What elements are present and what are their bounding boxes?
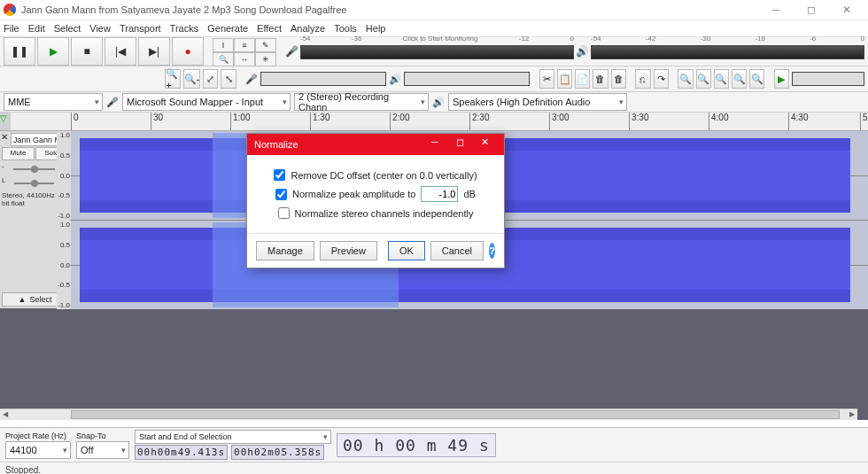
timeline-tick: 2:30 <box>469 113 489 130</box>
cancel-button[interactable]: Cancel <box>430 241 484 260</box>
zoom-in-2[interactable]: 🔍 <box>678 69 693 89</box>
audio-host-combo[interactable]: MME <box>4 93 103 111</box>
help-button[interactable]: ? <box>489 243 495 259</box>
menu-select[interactable]: Select <box>54 23 81 34</box>
stereo-independent-checkbox[interactable] <box>278 207 290 219</box>
skip-start-button[interactable]: |◀ <box>105 37 136 66</box>
remove-dc-checkbox[interactable] <box>274 169 285 181</box>
project-rate-combo[interactable]: 44100 <box>5 441 71 459</box>
timeline-tick: 1:30 <box>310 113 329 130</box>
selection-end-field[interactable]: 00h02m05.358s <box>231 445 324 460</box>
undo-button[interactable]: ⎌ <box>635 69 650 89</box>
menu-edit[interactable]: Edit <box>28 23 45 34</box>
zoom-fit[interactable]: 🔍 <box>732 69 747 89</box>
playback-device-combo[interactable]: Speakers (High Definition Audio <box>448 93 627 111</box>
window-title: Jann Gann Mann from Satyameva Jayate 2 M… <box>21 4 758 15</box>
selection-start-field[interactable]: 00h00m49.413s <box>135 445 228 460</box>
zoom-sel[interactable]: 🔍 <box>714 69 729 89</box>
audio-position-display[interactable]: 00 h 00 m 49 s <box>337 433 496 457</box>
mic-icon: 🎤 <box>285 45 298 58</box>
fit-project-button[interactable]: ⤡ <box>221 69 236 89</box>
multi-tool[interactable]: ✳ <box>255 52 276 66</box>
minimize-button[interactable]: ─ <box>758 1 794 19</box>
peak-amplitude-input[interactable] <box>421 186 458 202</box>
tools-grid: I ≡ ✎ 🔍 ↔ ✳ <box>213 38 276 65</box>
menu-help[interactable]: Help <box>366 23 386 34</box>
recording-channels-combo[interactable]: 2 (Stereo) Recording Chann <box>294 93 429 111</box>
timeline-tick: 4:00 <box>709 113 728 130</box>
paste-button[interactable]: 📄 <box>575 69 590 89</box>
zoom-out-2[interactable]: 🔍 <box>696 69 711 89</box>
dialog-minimize-button[interactable]: ─ <box>422 136 447 152</box>
menu-tracks[interactable]: Tracks <box>170 23 199 34</box>
window-titlebar: Jann Gann Mann from Satyameva Jayate 2 M… <box>0 0 868 20</box>
selection-mode-combo[interactable]: Start and End of Selection <box>135 430 331 444</box>
zoom-in-button[interactable]: 🔍+ <box>165 69 180 89</box>
envelope-tool[interactable]: ≡ <box>234 38 255 52</box>
recording-device-combo[interactable]: Microsoft Sound Mapper - Input <box>122 93 291 111</box>
recording-meter[interactable] <box>300 45 574 59</box>
menu-file[interactable]: File <box>4 23 19 34</box>
trim-button[interactable]: 🗑 <box>593 69 608 89</box>
dialog-maximize-button[interactable]: ◻ <box>447 136 472 152</box>
dialog-close-button[interactable]: ✕ <box>472 136 497 152</box>
menu-tools[interactable]: Tools <box>334 23 357 34</box>
maximize-button[interactable]: ◻ <box>794 1 829 19</box>
zoom-out-button[interactable]: 🔍- <box>183 69 201 89</box>
menu-analyze[interactable]: Analyze <box>291 23 325 34</box>
timeline-tick: 2:00 <box>390 113 409 130</box>
silence-button[interactable]: 🗑 <box>611 69 626 89</box>
timeline-tick: 1:00 <box>230 113 250 130</box>
zoom-toggle[interactable]: 🔍 <box>749 69 764 89</box>
peak-unit-label: dB <box>463 189 475 199</box>
copy-button[interactable]: 📋 <box>557 69 572 89</box>
playback-meter[interactable] <box>591 45 864 59</box>
selection-tool[interactable]: I <box>213 38 234 52</box>
menu-transport[interactable]: Transport <box>120 23 161 34</box>
menu-generate[interactable]: Generate <box>207 23 248 34</box>
play-at-speed-button[interactable]: ▶ <box>774 69 789 89</box>
skip-end-button[interactable]: ▶| <box>138 37 170 66</box>
ok-button[interactable]: OK <box>388 241 425 260</box>
timeline-tick: 0 <box>71 113 79 130</box>
normalize-peak-checkbox[interactable] <box>275 189 287 200</box>
close-button[interactable]: ✕ <box>829 1 864 19</box>
pan-slider[interactable] <box>7 179 61 188</box>
manage-button[interactable]: Manage <box>256 241 314 260</box>
horizontal-scrollbar[interactable]: ◀▶ <box>0 408 857 420</box>
menu-effect[interactable]: Effect <box>257 23 282 34</box>
timeline-tick: 4:30 <box>788 113 808 130</box>
timeshift-tool[interactable]: ↔ <box>234 52 255 66</box>
track-close-button[interactable]: ✕ <box>1 132 8 142</box>
gain-slider[interactable] <box>6 165 63 174</box>
snap-to-combo[interactable]: Off <box>76 441 129 459</box>
speaker-device-icon: 🔊 <box>432 97 445 108</box>
mic-device-icon: 🎤 <box>106 97 119 108</box>
zoom-tool[interactable]: 🔍 <box>213 52 234 66</box>
pause-button[interactable]: ❚❚ <box>4 37 35 66</box>
play-meter-scale: -54-42-30-18-60 <box>591 35 864 43</box>
project-rate-label: Project Rate (Hz) <box>5 431 71 440</box>
play-volume-slider[interactable] <box>404 72 530 86</box>
draw-tool[interactable]: ✎ <box>255 38 276 52</box>
menu-view[interactable]: View <box>89 23 111 34</box>
playback-speed-slider[interactable] <box>792 72 864 86</box>
stereo-independent-label: Normalize stereo channels independently <box>295 208 474 219</box>
fit-selection-button[interactable]: ⤢ <box>203 69 218 89</box>
normalize-dialog: Normalize ─ ◻ ✕ Remove DC offset (center… <box>246 133 505 268</box>
mute-button[interactable]: Mute <box>2 147 35 160</box>
rec-volume-slider[interactable] <box>260 72 386 86</box>
speaker-icon: 🔊 <box>576 45 589 58</box>
device-toolbar: MME 🎤 Microsoft Sound Mapper - Input 2 (… <box>0 92 868 113</box>
preview-button[interactable]: Preview <box>320 241 377 260</box>
cut-button[interactable]: ✂ <box>539 69 554 89</box>
timeline-ruler[interactable]: ▽ 0 30 1:00 1:30 2:00 2:30 3:00 3:30 4:0… <box>0 113 868 131</box>
amplitude-scale-right: 1.00.50.0-0.5-1.0 <box>57 221 71 309</box>
dialog-titlebar[interactable]: Normalize ─ ◻ ✕ <box>247 134 504 155</box>
record-button[interactable]: ● <box>172 37 204 66</box>
play-button[interactable]: ▶ <box>37 37 69 66</box>
redo-button[interactable]: ↷ <box>654 69 669 89</box>
stop-button[interactable]: ■ <box>71 37 103 66</box>
timeline-tick: 3:30 <box>629 113 648 130</box>
speaker-slider-icon: 🔊 <box>389 74 401 85</box>
